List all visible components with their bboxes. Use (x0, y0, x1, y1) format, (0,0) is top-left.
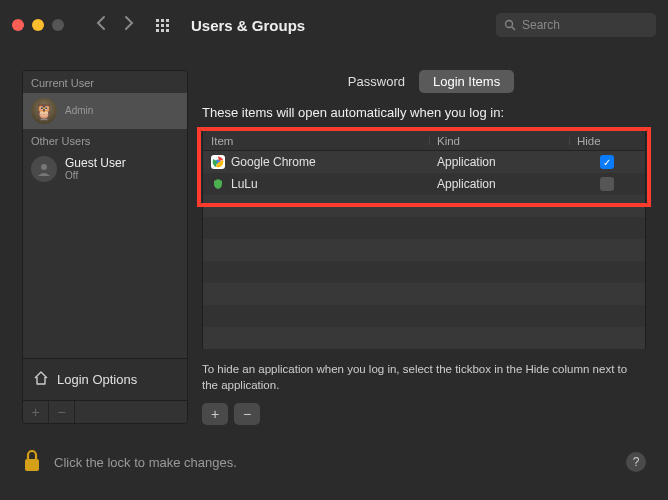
table-row[interactable]: Google Chrome Application ✓ (203, 151, 645, 173)
current-user-label: Current User (23, 71, 187, 93)
col-item[interactable]: Item (211, 135, 437, 147)
help-button[interactable]: ? (626, 452, 646, 472)
login-items-table: Item Kind Hide Google Chrome Application… (202, 130, 646, 349)
footer: Click the lock to make changes. ? (0, 432, 668, 492)
tab-bar: Password Login Items (202, 70, 646, 93)
remove-user-button[interactable]: − (49, 401, 75, 423)
table-row (203, 217, 645, 239)
forward-button[interactable] (124, 15, 134, 36)
maximize-button[interactable] (52, 19, 64, 31)
user-name: Guest User (65, 156, 126, 170)
svg-point-0 (506, 21, 513, 28)
main-pane: Password Login Items These items will op… (202, 70, 646, 424)
col-kind[interactable]: Kind (437, 135, 577, 147)
remove-item-button[interactable]: − (234, 403, 260, 425)
login-options-button[interactable]: Login Options (23, 358, 187, 400)
user-status: Off (65, 170, 126, 182)
hide-checkbox[interactable] (600, 177, 614, 191)
add-item-button[interactable]: + (202, 403, 228, 425)
minimize-button[interactable] (32, 19, 44, 31)
col-hide[interactable]: Hide (577, 135, 637, 147)
table-row (203, 239, 645, 261)
sidebar-item-current-user[interactable]: Admin (23, 93, 187, 129)
tab-login-items[interactable]: Login Items (419, 70, 514, 93)
close-button[interactable] (12, 19, 24, 31)
hide-checkbox[interactable]: ✓ (600, 155, 614, 169)
svg-line-1 (512, 27, 515, 30)
window-controls (12, 19, 64, 31)
login-options-label: Login Options (57, 372, 137, 387)
intro-text: These items will open automatically when… (202, 105, 646, 120)
search-placeholder: Search (522, 18, 560, 32)
lock-text: Click the lock to make changes. (54, 455, 237, 470)
avatar (31, 98, 57, 124)
item-kind: Application (437, 177, 577, 191)
tab-password[interactable]: Password (334, 70, 419, 93)
window-title: Users & Groups (191, 17, 305, 34)
lock-icon[interactable] (22, 449, 42, 476)
sidebar-item-guest-user[interactable]: Guest User Off (23, 151, 187, 187)
table-row[interactable]: LuLu Application (203, 173, 645, 195)
sidebar: Current User Admin Other Users Guest Use… (22, 70, 188, 424)
house-icon (33, 370, 49, 389)
table-row (203, 261, 645, 283)
hint-text: To hide an application when you log in, … (202, 361, 646, 393)
table-row (203, 305, 645, 327)
table-row (203, 327, 645, 349)
add-user-button[interactable]: + (23, 401, 49, 423)
search-input[interactable]: Search (496, 13, 656, 37)
item-name: Google Chrome (231, 155, 316, 169)
svg-point-2 (41, 164, 47, 170)
shield-icon (211, 177, 225, 191)
all-prefs-icon[interactable] (156, 19, 169, 32)
table-row (203, 283, 645, 305)
user-role: Admin (65, 105, 93, 117)
item-name: LuLu (231, 177, 258, 191)
item-kind: Application (437, 155, 577, 169)
table-row (203, 195, 645, 217)
chrome-icon (211, 155, 225, 169)
svg-rect-5 (25, 459, 39, 471)
toolbar: Users & Groups Search (0, 0, 668, 50)
other-users-label: Other Users (23, 129, 187, 151)
back-button[interactable] (96, 15, 106, 36)
avatar (31, 156, 57, 182)
search-icon (504, 19, 516, 31)
